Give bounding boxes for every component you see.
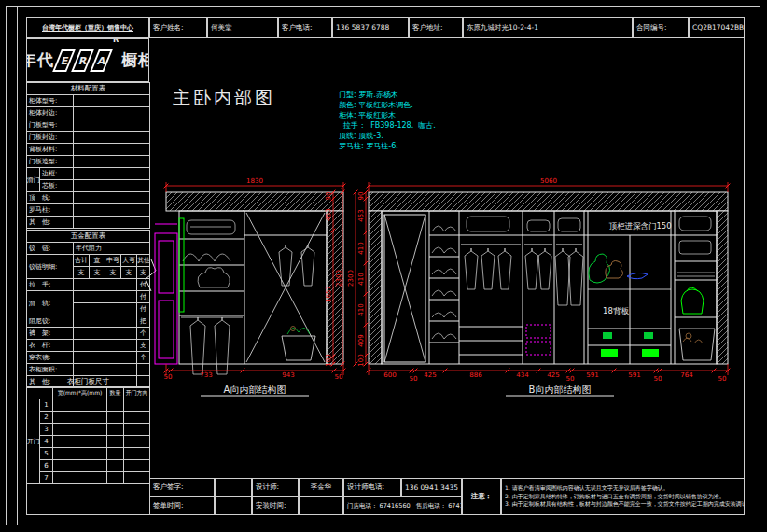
drawing-b-items xyxy=(432,217,715,360)
designer-label: 设计师: xyxy=(252,478,299,497)
svg-text:409: 409 xyxy=(357,334,365,346)
install-date-label: 安装时间: xyxy=(252,497,299,515)
drawing-b-caption: B向内部结构图 xyxy=(529,385,592,395)
drawing-a-door-frame xyxy=(155,224,177,364)
order-date-label: 签单时间: xyxy=(149,497,215,515)
footer-block: 客户签字: 设计师: 李金华 设计师电话: 136 0941 3435 签单时间… xyxy=(149,478,745,515)
svg-text:50: 50 xyxy=(335,373,343,381)
svg-text:733: 733 xyxy=(200,371,212,379)
drawing-a: 1830 90 453 1657 100 2300 50 733 943 50 … xyxy=(146,177,345,396)
customer-sign-label: 客户签字: xyxy=(149,478,215,497)
svg-text:764: 764 xyxy=(680,371,693,379)
svg-text:410: 410 xyxy=(357,242,365,254)
designer-phone-label: 设计师电话: xyxy=(343,478,401,497)
notice-label: 注意： xyxy=(462,478,501,515)
svg-text:50: 50 xyxy=(410,375,418,383)
svg-text:90: 90 xyxy=(357,192,365,201)
svg-text:50: 50 xyxy=(566,375,575,383)
svg-text:90: 90 xyxy=(325,192,332,201)
svg-text:100: 100 xyxy=(325,354,332,366)
drawing-b: 顶柜进深含门150 18背板 xyxy=(347,177,730,396)
notice-line: 3. 由于定制板材具有结构性，板材与封边颜色不能完全一致，交货文件按约定工期内完… xyxy=(505,500,745,509)
svg-text:425: 425 xyxy=(424,371,436,379)
svg-text:425: 425 xyxy=(547,371,559,379)
svg-text:2300: 2300 xyxy=(347,270,355,287)
svg-text:410: 410 xyxy=(357,303,365,315)
svg-text:50: 50 xyxy=(164,373,173,381)
drawing-a-structure xyxy=(146,192,343,364)
svg-text:943: 943 xyxy=(282,371,294,379)
svg-text:50: 50 xyxy=(654,375,662,383)
svg-text:886: 886 xyxy=(469,371,482,379)
drawing-b-structure xyxy=(369,192,728,364)
svg-text:453: 453 xyxy=(357,209,365,221)
back-panel-note: 18背板 xyxy=(603,306,629,315)
customer-sign-value xyxy=(215,478,252,497)
service-phone: 售后电话： 67416560 xyxy=(416,502,462,511)
svg-text:100: 100 xyxy=(357,354,365,366)
store-phone-cell: 门店电话： 67416560 售后电话： 67416560 xyxy=(343,497,462,515)
cad-sheet: 台湾年代橱柜（重庆）销售中心 客户姓名: 何美堂 客户电话: 136 5837 … xyxy=(0,0,767,532)
svg-text:1830: 1830 xyxy=(246,177,263,185)
svg-text:591: 591 xyxy=(586,371,598,379)
drawing-a-items xyxy=(181,220,315,374)
order-date-value xyxy=(215,497,252,515)
svg-text:410: 410 xyxy=(357,273,365,285)
svg-text:434: 434 xyxy=(516,371,529,379)
svg-text:453: 453 xyxy=(325,208,332,220)
notice-line: 2. 由于定制家具结构特殊，订购板材与进口五金有调货周期，交货时间以销售协议为准… xyxy=(505,493,725,501)
svg-text:600: 600 xyxy=(384,371,396,379)
svg-text:50: 50 xyxy=(718,375,727,383)
notice-line: 1. 请客户看清审阅图纸内容确认无误且文字无异议后再签字确认。 xyxy=(505,484,669,493)
drawing-a-caption: A向内部结构图 xyxy=(224,385,286,395)
svg-text:591: 591 xyxy=(628,371,640,379)
designer-phone-value: 136 0941 3435 xyxy=(401,478,462,497)
store-phone: 门店电话： 67416560 xyxy=(347,502,411,511)
svg-text:2300: 2300 xyxy=(335,270,342,287)
notice-box: 1. 请客户看清审阅图纸内容确认无误且文字无异议后再签字确认。 2. 由于定制家… xyxy=(501,478,745,515)
install-date-value xyxy=(299,497,343,515)
drawing-canvas: 1830 90 453 1657 100 2300 50 733 943 50 … xyxy=(0,0,767,532)
svg-text:1657: 1657 xyxy=(325,286,332,302)
designer-name: 李金华 xyxy=(299,478,343,497)
svg-text:5060: 5060 xyxy=(540,177,557,185)
top-cabinet-note: 顶柜进深含门150 xyxy=(608,221,671,231)
